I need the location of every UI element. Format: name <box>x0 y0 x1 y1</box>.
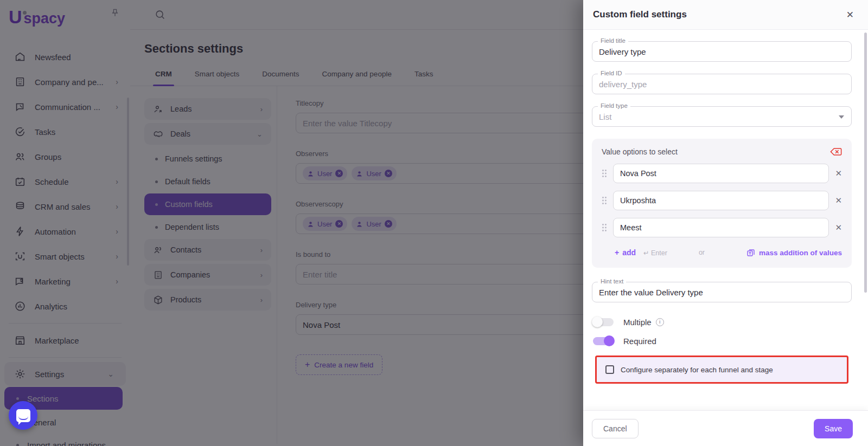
info-icon[interactable]: i <box>656 318 664 326</box>
field-title-field: Field title <box>592 41 852 62</box>
chat-widget-button[interactable] <box>9 401 37 430</box>
field-id-label: Field ID <box>598 70 625 76</box>
save-button[interactable]: Save <box>814 419 853 438</box>
drawer-scrollbar[interactable] <box>864 33 867 293</box>
value-options-card: Value options to select ✕ ✕ ✕ <box>592 139 852 268</box>
funnel-config-label: Configure separately for each funnel and… <box>621 366 773 374</box>
drag-handle-icon[interactable] <box>602 223 607 232</box>
drawer-toggles: Multiple i Required <box>592 314 852 346</box>
option-row: ✕ <box>602 164 842 183</box>
hint-text-label: Hint text <box>598 278 626 285</box>
remove-option-icon[interactable]: ✕ <box>835 169 842 178</box>
hint-text-input[interactable] <box>592 282 851 302</box>
mass-addition-button[interactable]: mass addition of values <box>746 248 842 257</box>
funnel-config-checkbox[interactable] <box>605 365 614 374</box>
option-row: ✕ <box>602 218 842 237</box>
drag-handle-icon[interactable] <box>602 169 607 178</box>
funnel-config-highlight: Configure separately for each funnel and… <box>595 355 848 384</box>
multiple-toggle-row: Multiple i <box>593 318 852 327</box>
drawer-footer: Cancel Save <box>583 410 868 446</box>
close-icon[interactable]: ✕ <box>846 9 854 21</box>
chat-smile-icon <box>18 416 28 420</box>
toggle-knob <box>604 335 615 346</box>
field-id-field: Field ID <box>592 74 852 94</box>
add-options-row: +add ↵ Enter or mass addition of values <box>602 248 842 257</box>
required-label: Required <box>623 337 656 346</box>
multiple-toggle[interactable] <box>593 318 614 326</box>
field-type-field: Field type <box>592 106 852 127</box>
toggle-knob <box>592 316 603 327</box>
dropdown-caret-icon <box>839 115 844 119</box>
enter-arrow-icon: ↵ <box>643 249 651 257</box>
drawer-header: Custom field settings ✕ <box>583 0 868 30</box>
clear-all-options-icon[interactable] <box>830 147 842 156</box>
field-title-input[interactable] <box>592 42 851 61</box>
mass-addition-icon <box>746 248 755 257</box>
or-label: or <box>699 249 705 256</box>
value-options-title: Value options to select <box>602 147 830 156</box>
field-id-input <box>592 74 851 94</box>
cancel-button[interactable]: Cancel <box>592 419 639 438</box>
modal-overlay[interactable] <box>0 0 583 446</box>
drag-handle-icon[interactable] <box>602 196 607 205</box>
required-toggle[interactable] <box>593 337 614 345</box>
enter-label: Enter <box>651 249 667 257</box>
chat-bubble-icon <box>16 409 30 422</box>
option-value-input[interactable] <box>613 164 829 183</box>
mass-addition-label: mass addition of values <box>759 249 842 257</box>
hint-text-field: Hint text <box>592 282 852 302</box>
required-toggle-row: Required <box>593 337 852 346</box>
multiple-label: Multiple <box>623 318 652 327</box>
option-row: ✕ <box>602 191 842 210</box>
option-value-input[interactable] <box>613 218 829 237</box>
field-title-label: Field title <box>598 37 628 44</box>
screen: U spacy Newsfeed Company and pe... › Com… <box>0 0 868 446</box>
field-type-select[interactable] <box>592 107 851 126</box>
custom-field-settings-drawer: Custom field settings ✕ Field title Fiel… <box>583 0 868 446</box>
add-option-button[interactable]: +add <box>615 248 636 257</box>
remove-option-icon[interactable]: ✕ <box>835 223 842 232</box>
field-type-label: Field type <box>598 102 630 109</box>
drawer-body: Field title Field ID Field type Value op… <box>583 30 868 384</box>
drawer-title: Custom field settings <box>593 9 846 20</box>
add-option-label: add <box>622 248 636 257</box>
plus-icon: + <box>615 248 619 257</box>
remove-option-icon[interactable]: ✕ <box>835 196 842 205</box>
option-value-input[interactable] <box>613 191 829 210</box>
enter-key-hint: ↵ Enter <box>643 249 667 257</box>
